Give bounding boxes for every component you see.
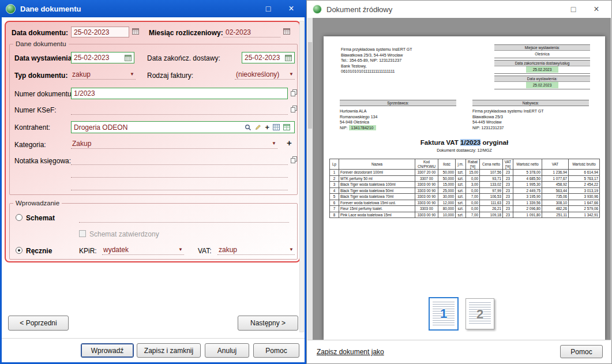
calendar-icon[interactable] [132,28,139,35]
copy-icon[interactable] [291,106,298,112]
invoice-cell: 23 [503,187,513,194]
schemat-zatwierdzony-label: Schemat zatwierdzony [89,230,159,238]
pomoc-button-right[interactable]: Pomoc [560,345,603,358]
invoice-cell: 5 763,17 [569,175,600,182]
invoice-title-prefix: Faktura VAT [420,139,460,146]
add-contractor-icon[interactable]: + [265,123,269,132]
invoice-table-row: 1Forever dezodorant 100ml3307 20 0050,00… [330,170,600,176]
invoice-column-header: Wartość netto [513,159,542,170]
invoice-cell: 458,92 [542,182,569,188]
document-data-panel: Data dokumentu: 25-02-2023 Miesiąc rozli… [5,21,301,262]
rodzaj-faktury-select[interactable]: (nieokreślony) ▼ [235,69,295,80]
invoice-cell: 482,26 [542,206,569,212]
invoice-subtitle: Dokument dostawczy: 12/MGZ [324,148,605,152]
invoice-cell: 30,000 [438,194,456,200]
data-wystawienia-label: Data wystawienia: [14,54,74,62]
chevron-down-icon: ▼ [289,72,294,77]
preview-scrollbar[interactable] [307,18,313,340]
close-icon: × [594,4,599,14]
zapisz-i-zamknij-button[interactable]: Zapisz i zamknij [137,343,201,358]
schemat-field[interactable] [79,212,289,223]
info-box-value-highlighted: 25.02.2023 [526,66,559,73]
vat-select[interactable]: zakup ▼ [217,245,295,255]
pomoc-button[interactable]: Pomoc [253,343,299,358]
maximize-button[interactable]: □ [562,1,585,18]
left-titlebar[interactable]: Dane dokumentu □ × [0,0,306,17]
invoice-column-header: Lp [330,159,339,170]
typ-dokumentu-value: zakup [72,70,91,78]
kategoria-label: Kategoria: [14,141,46,149]
zapisz-dokument-jako-link[interactable]: Zapisz dokument jako [317,348,384,356]
add-category-icon[interactable]: + [287,138,292,148]
calendar-icon[interactable] [125,54,132,61]
preview-scrollbar-thumb[interactable] [308,42,312,129]
info-box-header: Miejsce wystawienia: [494,44,590,51]
invoice-cell: szt. [456,212,466,218]
invoice-seller-header: Firma przykładowa systemu InsERT GT Bław… [341,47,412,74]
miesiac-rozliczeniowy-label: Miesiąc rozliczeniowy: [149,29,223,37]
invoice-title: Faktura VAT 1/2023 oryginał [324,139,605,146]
calendar-icon[interactable] [285,54,292,61]
divider [2,338,305,339]
nip-value: 1231231237 [482,126,504,130]
contractor-list-icon[interactable] [273,124,280,130]
maximize-button[interactable]: □ [257,0,280,17]
rodzaj-faktury-value: (nieokreślony) [236,70,279,78]
search-icon[interactable] [245,124,251,131]
kontrahent-field[interactable]: Drogeria ODEON + [71,121,295,133]
invoice-cell: 12,000 [438,200,456,206]
notatka-line-1[interactable] [71,155,288,165]
wprowadz-button[interactable]: Wprowadź [81,343,134,358]
previous-button[interactable]: < Poprzedni [8,316,69,331]
copy-icon[interactable] [291,156,298,163]
page-thumbnail-1[interactable]: 1 [429,297,459,331]
invoice-cell: Pink Lace woda toaletowa 15ml [339,212,415,218]
close-button[interactable]: × [585,1,608,18]
pencil-icon[interactable] [255,124,261,130]
chevron-down-icon: ▼ [272,141,276,146]
numer-dokumentu-field[interactable]: 1/2023 [71,88,288,99]
data-dokumentu-field[interactable]: 25-02-2023 [71,27,129,37]
invoice-cell: 109,18 [480,212,503,218]
kpir-select[interactable]: wydatek ▼ [102,245,184,255]
page-thumbnail-2[interactable]: 2 [465,298,494,329]
invoice-cell: Black Tiger woda toaletowa 50ml [339,187,415,194]
invoice-cell: 23 [503,182,513,188]
data-zakonczenia-field[interactable]: 25-02-2023 [242,52,295,63]
anuluj-button[interactable]: Anuluj [205,343,249,358]
schemat-radio[interactable] [16,214,22,221]
nip-label: NIP: [472,126,482,130]
invoice-cell: 2 [330,175,339,182]
notatka-ksiegowa-label: Notatka księgowa: [14,157,71,165]
invoice-cell: Forever dezodorant 100ml [339,170,415,176]
data-wystawienia-field[interactable]: 25-02-2023 [71,52,134,63]
invoice-cell: 1 647,66 [569,200,600,206]
kategoria-select[interactable]: Zakup ▼ [71,138,277,149]
right-titlebar[interactable]: Dokument źródłowy □ × [307,1,611,18]
copy-icon[interactable] [291,89,298,96]
typ-dokumentu-select[interactable]: zakup ▼ [71,69,136,80]
invoice-cell: 3303 00 90 [415,200,438,206]
invoice-cell: 97,99 [480,187,503,194]
invoice-number-highlighted: 1/2023 [460,139,480,146]
invoice-cell: szt. [456,175,466,182]
close-icon: × [288,3,294,14]
seller-line: Bławatkowa 25/3, 54-445 Wrocław [341,52,412,58]
next-button[interactable]: Następny > [238,316,298,331]
ledger-icon[interactable] [283,124,290,130]
notatka-line-2[interactable] [71,167,288,178]
window-dokument-zrodlowy: Dokument źródłowy □ × Firma przykładowa … [306,0,612,364]
invoice-cell: 106,53 [480,194,503,200]
invoice-cell: 0,00 [466,175,480,182]
notatka-line-3[interactable] [71,180,288,190]
left-scrollbar[interactable] [299,21,304,332]
invoice-cell: 133,02 [480,182,503,188]
miesiac-rozliczeniowy-field[interactable]: 02-2023 [223,27,280,37]
calendar-icon[interactable] [283,28,290,35]
numer-ksef-field[interactable] [71,104,288,115]
recznie-radio[interactable] [16,247,22,254]
dane-dokumentu-legend: Dane dokumentu [13,40,69,47]
nabywca-line: Firma przykładowa systemu InsERT GT [472,108,589,114]
close-button[interactable]: × [280,0,303,17]
schemat-zatwierdzony-checkbox[interactable] [79,230,86,237]
